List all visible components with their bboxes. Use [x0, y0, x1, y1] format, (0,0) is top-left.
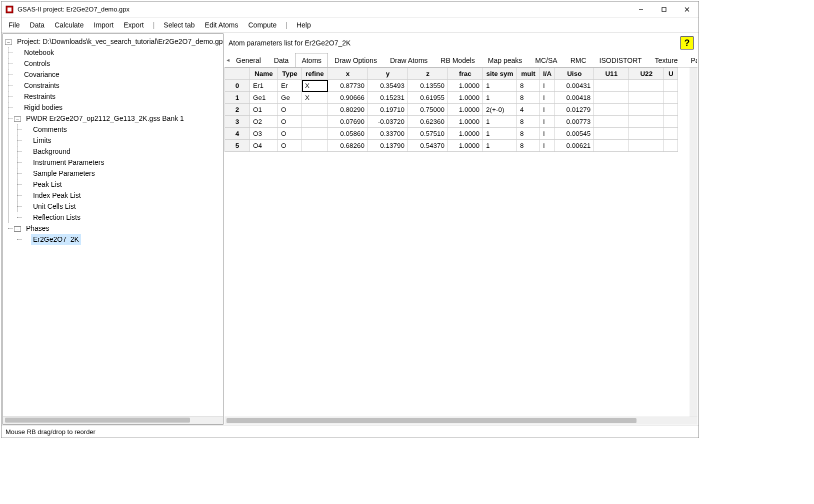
tab-texture[interactable]: Texture — [648, 53, 684, 67]
table-cell[interactable]: I — [540, 92, 555, 104]
table-cell[interactable]: O — [278, 104, 302, 116]
tree-covariance[interactable]: Covariance — [22, 69, 62, 80]
table-cell[interactable]: 1 — [483, 140, 517, 152]
table-cell[interactable] — [664, 104, 678, 116]
menu-import[interactable]: Import — [89, 19, 119, 31]
close-button[interactable] — [676, 1, 698, 17]
tab-draw-options[interactable]: Draw Options — [328, 53, 384, 67]
table-cell[interactable] — [594, 140, 629, 152]
tree-instrument-params[interactable]: Instrument Parameters — [31, 157, 106, 168]
table-cell[interactable] — [629, 104, 664, 116]
col-mult[interactable]: mult — [517, 68, 540, 80]
table-cell[interactable] — [664, 92, 678, 104]
grid-v-scrollbar[interactable] — [690, 67, 698, 417]
tree-notebook[interactable]: Notebook — [22, 47, 56, 58]
table-cell[interactable]: 8 — [517, 140, 540, 152]
table-cell[interactable] — [302, 104, 328, 116]
table-cell[interactable]: 0.13790 — [368, 140, 408, 152]
table-cell[interactable]: 0.35493 — [368, 80, 408, 92]
table-cell[interactable]: 0.33700 — [368, 128, 408, 140]
table-cell[interactable]: 1.0000 — [448, 128, 483, 140]
table-cell[interactable] — [664, 80, 678, 92]
table-cell[interactable] — [594, 80, 629, 92]
table-cell[interactable] — [629, 92, 664, 104]
table-cell[interactable]: 0.19710 — [368, 104, 408, 116]
tree-phase-item[interactable]: Er2Ge2O7_2K — [31, 234, 81, 245]
table-cell[interactable] — [594, 104, 629, 116]
col-refine[interactable]: refine — [302, 68, 328, 80]
tree-restraints[interactable]: Restraints — [22, 91, 58, 102]
tree-index-peak-list[interactable]: Index Peak List — [31, 190, 83, 201]
table-cell[interactable]: O4 — [250, 140, 278, 152]
table-cell[interactable]: 0.07690 — [328, 116, 368, 128]
table-row[interactable]: 3O2O0.07690-0.037200.623601.000018I0.007… — [225, 116, 678, 128]
menu-export[interactable]: Export — [118, 19, 148, 31]
col-u22[interactable]: U22 — [629, 68, 664, 80]
col-u3[interactable]: U — [664, 68, 678, 80]
col-x[interactable]: x — [328, 68, 368, 80]
col-y[interactable]: y — [368, 68, 408, 80]
table-cell[interactable]: Er — [278, 80, 302, 92]
table-cell[interactable]: I — [540, 80, 555, 92]
col-site-sym[interactable]: site sym — [483, 68, 517, 80]
table-cell[interactable]: I — [540, 116, 555, 128]
table-cell[interactable] — [664, 140, 678, 152]
table-cell[interactable]: 8 — [517, 116, 540, 128]
table-cell[interactable]: 2(+-0) — [483, 104, 517, 116]
col-frac[interactable]: frac — [448, 68, 483, 80]
table-cell[interactable]: 0.62360 — [408, 116, 448, 128]
minimize-button[interactable] — [630, 1, 652, 17]
table-cell[interactable] — [594, 92, 629, 104]
table-cell[interactable] — [302, 116, 328, 128]
tab-isodistort[interactable]: ISODISTORT — [593, 53, 648, 67]
tree-collapse-icon[interactable]: − — [14, 226, 21, 232]
tree-pwdr[interactable]: PWDR Er2Ge2O7_op2112_Ge113_2K.gss Bank 1 — [24, 113, 186, 124]
tab-rmc[interactable]: RMC — [564, 53, 593, 67]
tree-collapse-icon[interactable]: − — [14, 116, 21, 122]
table-cell[interactable] — [664, 116, 678, 128]
table-cell[interactable]: 0.54370 — [408, 140, 448, 152]
table-cell[interactable] — [594, 128, 629, 140]
table-cell[interactable]: Ge1 — [250, 92, 278, 104]
table-cell[interactable] — [664, 128, 678, 140]
table-cell[interactable]: 1.0000 — [448, 80, 483, 92]
table-row[interactable]: 5O4O0.682600.137900.543701.000018I0.0062… — [225, 140, 678, 152]
table-row[interactable]: 1Ge1GeX0.906660.152310.619551.000018I0.0… — [225, 92, 678, 104]
table-cell[interactable]: X — [302, 92, 328, 104]
table-cell[interactable]: 0.00773 — [555, 116, 594, 128]
table-cell[interactable] — [629, 140, 664, 152]
tree-sample-params[interactable]: Sample Parameters — [31, 168, 97, 179]
col-name[interactable]: Name — [250, 68, 278, 80]
table-cell[interactable]: O — [278, 140, 302, 152]
menu-compute[interactable]: Compute — [244, 19, 282, 31]
table-cell[interactable]: 0.68260 — [328, 140, 368, 152]
table-cell[interactable]: Ge — [278, 92, 302, 104]
table-cell[interactable]: 1 — [225, 92, 250, 104]
col-z[interactable]: z — [408, 68, 448, 80]
menu-file[interactable]: File — [4, 19, 25, 31]
table-cell[interactable]: 8 — [517, 92, 540, 104]
table-cell[interactable]: 1 — [483, 92, 517, 104]
tab-mcsa[interactable]: MC/SA — [528, 53, 564, 67]
table-cell[interactable]: 3 — [225, 116, 250, 128]
table-cell[interactable]: 0.61955 — [408, 92, 448, 104]
menu-data[interactable]: Data — [25, 19, 50, 31]
table-row[interactable]: 2O1O0.802900.197100.750001.00002(+-0)4I0… — [225, 104, 678, 116]
table-cell[interactable]: -0.03720 — [368, 116, 408, 128]
tab-rb-models[interactable]: RB Models — [434, 53, 481, 67]
col-ia[interactable]: I/A — [540, 68, 555, 80]
menu-select-tab[interactable]: Select tab — [158, 19, 200, 31]
atoms-table[interactable]: Name Type refine x y z frac site sym mul… — [224, 67, 678, 152]
tree-constraints[interactable]: Constraints — [22, 80, 62, 91]
table-cell[interactable]: 0.00545 — [555, 128, 594, 140]
tree-background[interactable]: Background — [31, 146, 72, 157]
table-cell[interactable]: 1.0000 — [448, 92, 483, 104]
table-cell[interactable]: I — [540, 140, 555, 152]
table-cell[interactable]: 0.75000 — [408, 104, 448, 116]
table-cell[interactable] — [302, 140, 328, 152]
col-type[interactable]: Type — [278, 68, 302, 80]
tree-root[interactable]: Project: D:\Downloads\k_vec_search_tutor… — [15, 36, 223, 47]
menu-help[interactable]: Help — [292, 19, 316, 31]
help-button[interactable]: ? — [680, 36, 694, 49]
table-cell[interactable]: 4 — [517, 104, 540, 116]
